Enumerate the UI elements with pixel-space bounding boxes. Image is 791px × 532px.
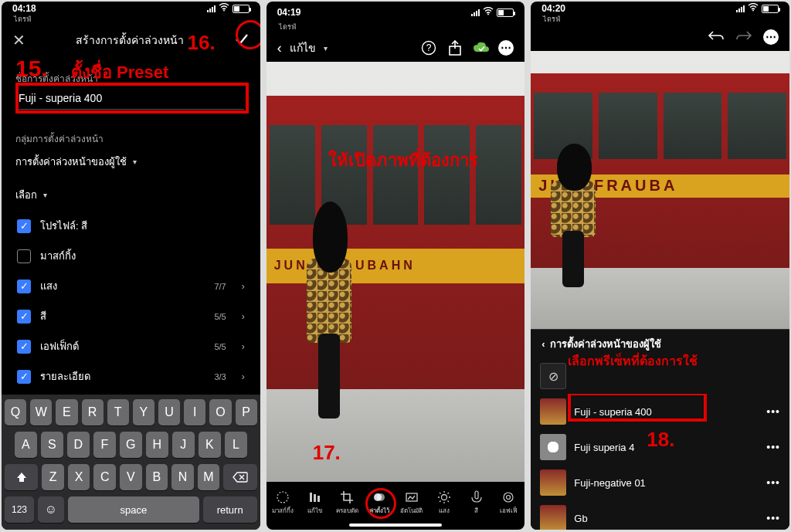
- photo-viewer[interactable]: JUNGFRAUBAHN ให้เปิดภาพที่ต้องการ: [266, 62, 525, 482]
- nav-back-label[interactable]: แก้ไข: [290, 39, 316, 56]
- key-z[interactable]: Z: [42, 464, 64, 490]
- preset-thumb: [540, 434, 566, 460]
- chevron-down-icon: ▾: [133, 158, 137, 166]
- no-preset-thumb: ⊘: [540, 363, 566, 389]
- tool-light[interactable]: แสง: [428, 482, 460, 524]
- back-icon[interactable]: ‹: [277, 40, 282, 56]
- option-detail[interactable]: ✓รายละเอียด3/3›: [12, 361, 250, 391]
- tool-auto[interactable]: อัตโนมัติ: [396, 482, 428, 524]
- person-in-photo: [546, 134, 603, 290]
- preset-more-icon[interactable]: •••: [766, 405, 780, 418]
- share-icon[interactable]: [446, 39, 464, 57]
- redo-icon[interactable]: [735, 29, 752, 45]
- preset-item-0[interactable]: Fuji - superia 400 •••: [531, 394, 789, 429]
- chevron-right-icon: ›: [242, 371, 245, 382]
- preset-more-icon[interactable]: •••: [766, 476, 780, 489]
- shift-key[interactable]: [5, 464, 38, 490]
- preset-panel-back[interactable]: ‹ การตั้งค่าล่วงหน้าของผู้ใช้: [531, 330, 789, 358]
- key-t[interactable]: T: [107, 399, 129, 425]
- shift-icon: [15, 471, 28, 483]
- key-g[interactable]: G: [120, 432, 142, 458]
- create-preset-nav: ✕ สร้างการตั้งค่าล่วงหน้า: [2, 26, 260, 54]
- chevron-down-icon[interactable]: ▾: [324, 44, 328, 53]
- emoji-key[interactable]: ☺: [38, 496, 64, 523]
- key-d[interactable]: D: [67, 432, 90, 458]
- key-w[interactable]: W: [30, 399, 52, 425]
- key-x[interactable]: X: [68, 464, 90, 490]
- key-r[interactable]: R: [82, 399, 104, 425]
- key-k[interactable]: K: [199, 432, 221, 458]
- preset-group-dropdown[interactable]: การตั้งค่าล่วงหน้าของผู้ใช้ ▾: [2, 149, 260, 175]
- key-l[interactable]: L: [225, 432, 247, 458]
- status-bar: 04:20: [531, 2, 789, 14]
- key-h[interactable]: H: [146, 432, 168, 458]
- key-f[interactable]: F: [93, 432, 116, 458]
- photo-viewer[interactable]: JUNGFRAUBA: [531, 51, 789, 329]
- backspace-key[interactable]: [223, 464, 256, 490]
- option-color[interactable]: ✓สี5/5›: [12, 301, 250, 331]
- svg-point-0: [223, 10, 225, 12]
- home-indicator[interactable]: [349, 524, 442, 527]
- key-o[interactable]: O: [209, 399, 231, 425]
- keyboard-row-4: 123 ☺ space return: [5, 496, 257, 523]
- tool-color[interactable]: สี: [460, 482, 493, 524]
- preset-item-2[interactable]: Fuji-negative 01 •••: [531, 465, 789, 500]
- carrier-label: ไดรฟ์: [531, 14, 789, 26]
- chevron-down-icon: ▾: [43, 191, 47, 199]
- tool-effects[interactable]: เอฟเฟ็: [492, 482, 525, 524]
- space-key[interactable]: space: [68, 496, 199, 523]
- tool-mask[interactable]: มาสก์กิ้ง: [266, 482, 299, 524]
- confirm-button[interactable]: [234, 32, 250, 49]
- tool-edit[interactable]: แก้ไข: [299, 482, 331, 524]
- key-p[interactable]: P: [236, 399, 257, 425]
- svg-rect-10: [317, 496, 320, 502]
- key-i[interactable]: I: [184, 399, 205, 425]
- chevron-right-icon: ›: [242, 281, 245, 292]
- cloud-sync-icon[interactable]: [472, 39, 491, 57]
- preset-options-list: ✓โปรไฟล์: สี มาสก์กิ้ง ✓แสง7/7› ✓สี5/5› …: [2, 208, 260, 395]
- signal-icon: [207, 5, 216, 12]
- svg-text:?: ?: [426, 42, 432, 53]
- svg-rect-9: [314, 494, 316, 502]
- status-time: 04:20: [541, 3, 565, 14]
- key-j[interactable]: J: [172, 432, 195, 458]
- key-s[interactable]: S: [41, 432, 63, 458]
- more-icon[interactable]: ⋯: [763, 29, 779, 45]
- more-icon[interactable]: ⋯: [498, 40, 514, 56]
- preset-more-icon[interactable]: •••: [766, 441, 780, 453]
- checkbox-icon: ✓: [17, 340, 31, 354]
- key-u[interactable]: U: [158, 399, 180, 425]
- key-e[interactable]: E: [56, 399, 77, 425]
- option-effects[interactable]: ✓เอฟเฟ็กต์5/5›: [12, 331, 250, 361]
- help-icon[interactable]: ?: [419, 39, 438, 57]
- key-q[interactable]: Q: [5, 399, 26, 425]
- key-a[interactable]: A: [15, 432, 37, 458]
- tool-crop[interactable]: ครอบตัด: [331, 482, 363, 524]
- key-y[interactable]: Y: [133, 399, 154, 425]
- preset-name-input[interactable]: [17, 89, 244, 110]
- keyboard-row-2: A S D F G H J K L: [5, 432, 257, 458]
- svg-point-24: [504, 493, 513, 502]
- key-b[interactable]: B: [146, 464, 168, 490]
- return-key[interactable]: return: [203, 496, 257, 523]
- key-v[interactable]: V: [120, 464, 142, 490]
- preset-item-3[interactable]: Gb •••: [531, 500, 789, 530]
- option-light[interactable]: ✓แสง7/7›: [12, 271, 250, 301]
- preset-item-none[interactable]: ⊘: [531, 358, 789, 394]
- preset-more-icon[interactable]: •••: [766, 512, 780, 524]
- key-c[interactable]: C: [93, 464, 116, 490]
- checkbox-icon: ✓: [17, 280, 31, 293]
- svg-rect-8: [310, 493, 312, 502]
- option-masking[interactable]: มาสก์กิ้ง: [12, 241, 250, 271]
- close-icon[interactable]: ✕: [12, 31, 25, 49]
- checkbox-icon: ✓: [17, 310, 31, 324]
- key-n[interactable]: N: [171, 464, 194, 490]
- numbers-key[interactable]: 123: [5, 496, 34, 523]
- tool-preset[interactable]: ค่าตั้งไว้: [363, 482, 396, 524]
- preset-item-1[interactable]: Fuji superia 4 •••: [531, 429, 789, 465]
- key-m[interactable]: M: [198, 464, 220, 490]
- status-icons: [471, 7, 514, 18]
- option-profile[interactable]: ✓โปรไฟล์: สี: [12, 211, 250, 241]
- select-dropdown[interactable]: เลือก ▾: [2, 182, 260, 208]
- undo-icon[interactable]: [708, 29, 725, 45]
